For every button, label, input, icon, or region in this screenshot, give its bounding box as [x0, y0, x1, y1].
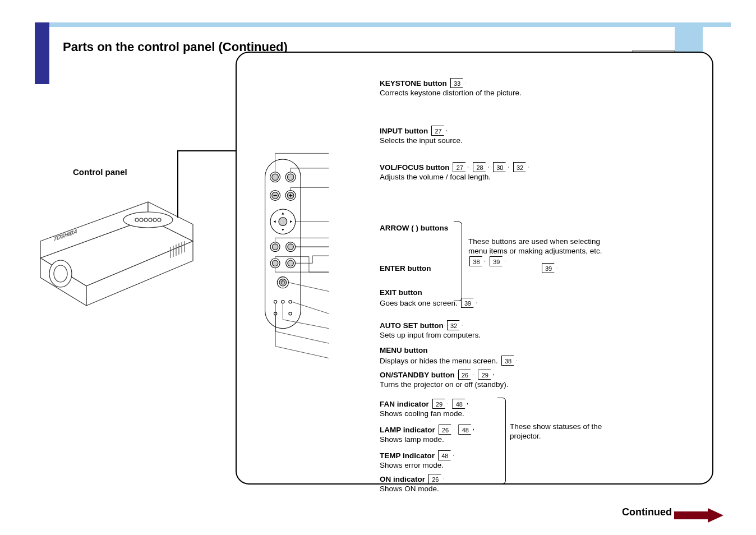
- pageref-icon: 38: [501, 356, 517, 366]
- pageref-icon: 27: [453, 162, 468, 172]
- on-indicator-label: ON indicator: [380, 475, 425, 483]
- svg-marker-57: [674, 508, 723, 523]
- leader-line: [177, 150, 178, 218]
- control-panel-diagram: KEYSTONE button 33 Corrects keystone dis…: [236, 52, 713, 485]
- pageref-icon: 26: [428, 474, 444, 484]
- pageref-icon: 48: [438, 450, 454, 460]
- svg-point-34: [279, 218, 287, 226]
- svg-point-25: [287, 174, 294, 181]
- fan-indicator-label: FAN indicator: [380, 400, 429, 408]
- svg-point-49: [289, 300, 292, 303]
- pageref-icon: 30: [493, 162, 509, 172]
- svg-point-48: [282, 300, 284, 303]
- menu-desc: Displays or hides the menu screen.: [380, 357, 498, 365]
- leader-line: [177, 150, 236, 151]
- pageref-icon: 48: [458, 425, 474, 435]
- exit-button-label: EXIT button: [380, 288, 422, 297]
- onstandby-button-label: ON/STANDBY button: [380, 371, 455, 379]
- svg-line-56: [292, 302, 329, 313]
- svg-point-10: [158, 218, 161, 222]
- pageref-icon: 28: [473, 162, 488, 172]
- pageref-icon: 32: [513, 162, 529, 172]
- svg-point-47: [274, 300, 276, 303]
- input-desc: Selects the input source.: [380, 136, 463, 145]
- continued-label: Continued: [622, 506, 672, 518]
- pageref-icon: 39: [461, 298, 477, 308]
- pageref-icon: 39: [542, 263, 557, 273]
- pageref-icon: 32: [447, 320, 463, 330]
- continued-arrow-icon: [674, 507, 725, 524]
- pageref-icon: 48: [452, 399, 468, 409]
- pageref-icon: 26: [458, 370, 474, 380]
- arrow-buttons-label: ARROW ( ) buttons: [380, 224, 448, 232]
- on-indicator-desc: Shows ON mode.: [380, 485, 439, 493]
- keystone-desc: Corrects keystone distortion of the pict…: [380, 89, 522, 97]
- svg-point-8: [149, 218, 152, 222]
- arrow-bracket-desc: These buttons are used when selecting me…: [468, 237, 602, 255]
- svg-point-42: [288, 260, 294, 266]
- svg-point-5: [123, 212, 173, 228]
- pageref-icon: 29: [478, 370, 494, 380]
- control-panel-svg: [259, 86, 360, 434]
- header-stripe: [49, 22, 731, 27]
- keystone-button-label: KEYSTONE button: [380, 79, 447, 87]
- volfocus-desc: Adjusts the volume / focal length.: [380, 173, 491, 181]
- indicators-group-desc: These show statuses of the projector.: [510, 422, 602, 440]
- exit-desc: Goes back one screen.: [380, 299, 458, 307]
- lamp-indicator-label: LAMP indicator: [380, 426, 435, 434]
- pageref-icon: 29: [432, 399, 448, 409]
- input-button-label: INPUT button: [380, 127, 428, 135]
- projector-illustration: TOSHIBA: [36, 179, 199, 314]
- autoset-button-label: AUTO SET button: [380, 321, 444, 330]
- menu-button-label: MENU button: [380, 346, 427, 354]
- temp-indicator-desc: Shows error mode.: [380, 461, 444, 469]
- volfocus-button-label: VOL/FOCUS button: [380, 163, 449, 172]
- pageref-icon: 26: [439, 425, 454, 435]
- svg-point-7: [144, 218, 147, 222]
- svg-point-40: [272, 260, 278, 266]
- onstandby-desc: Turns the projector on or off (standby).: [380, 380, 509, 389]
- svg-point-38: [288, 244, 294, 250]
- temp-indicator-label: TEMP indicator: [380, 451, 435, 460]
- enter-button-label: ENTER button: [380, 264, 431, 273]
- header-accent: [35, 22, 49, 84]
- brace-indicators: [497, 398, 506, 484]
- control-panel-heading: Control panel: [73, 167, 127, 177]
- svg-point-13: [54, 265, 67, 282]
- svg-point-23: [272, 174, 279, 181]
- svg-line-55: [288, 283, 329, 292]
- svg-point-6: [140, 218, 143, 222]
- fan-indicator-desc: Shows cooling fan mode.: [380, 409, 464, 418]
- lamp-indicator-desc: Shows lamp mode.: [380, 435, 444, 444]
- svg-point-9: [153, 218, 156, 222]
- svg-point-11: [135, 218, 139, 222]
- pageref-icon: 33: [450, 78, 466, 88]
- svg-point-51: [289, 312, 292, 315]
- pageref-icon: 27: [431, 126, 447, 136]
- autoset-desc: Sets up input from computers.: [380, 331, 481, 339]
- svg-point-36: [272, 244, 278, 250]
